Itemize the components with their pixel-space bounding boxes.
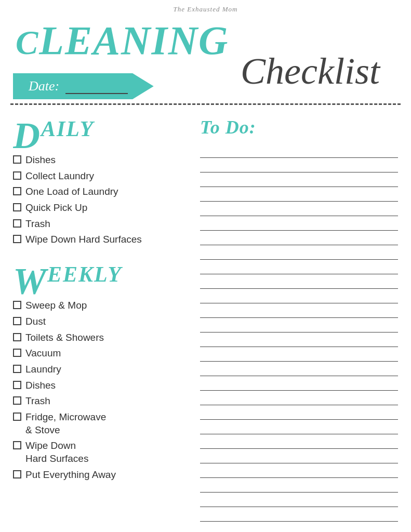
list-item: Trash	[13, 395, 190, 408]
item-text: Collect Laundry	[25, 170, 190, 183]
todo-line[interactable]	[200, 434, 398, 449]
right-column: To Do:	[200, 111, 398, 532]
page: The Exhausted Mom CLEANING Checklist Dat…	[0, 0, 411, 532]
daily-list: Dishes Collect Laundry One Load of Laund…	[13, 154, 190, 246]
todo-line[interactable]	[200, 507, 398, 522]
list-item: Vacuum	[13, 347, 190, 360]
list-item: Toilets & Showers	[13, 331, 190, 344]
checkbox[interactable]	[13, 470, 21, 478]
checkbox[interactable]	[13, 155, 21, 164]
item-text: One Load of Laundry	[25, 185, 190, 198]
date-underline	[65, 93, 128, 94]
item-text: Put Everything Away	[25, 469, 190, 482]
list-item: Collect Laundry	[13, 170, 190, 183]
list-item: One Load of Laundry	[13, 185, 190, 198]
site-name: The Exhausted Mom	[16, 5, 395, 14]
todo-line[interactable]	[200, 289, 398, 303]
todo-line[interactable]	[200, 303, 398, 318]
item-text: Dust	[25, 315, 190, 328]
item-text: Trash	[25, 395, 190, 408]
item-text: Dishes	[25, 154, 190, 167]
todo-line[interactable]	[200, 274, 398, 289]
todo-line[interactable]	[200, 463, 398, 478]
item-text: Sweep & Mop	[25, 299, 190, 312]
checkbox[interactable]	[13, 219, 21, 228]
todo-line[interactable]	[200, 347, 398, 362]
list-item: Trash	[13, 218, 190, 231]
checkbox[interactable]	[13, 171, 21, 180]
item-text: Quick Pick Up	[25, 202, 190, 215]
weekly-list: Sweep & Mop Dust Toilets & Showers Vacuu…	[13, 299, 190, 481]
checkbox[interactable]	[13, 413, 21, 421]
checkbox[interactable]	[13, 365, 21, 373]
todo-line[interactable]	[200, 231, 398, 245]
item-text: Vacuum	[25, 347, 190, 360]
checkbox[interactable]	[13, 381, 21, 389]
checkbox[interactable]	[13, 396, 21, 405]
todo-line[interactable]	[200, 332, 398, 347]
todo-line[interactable]	[200, 391, 398, 405]
date-arrow: Date:	[13, 73, 154, 99]
todo-line[interactable]	[200, 245, 398, 260]
checkbox[interactable]	[13, 301, 21, 309]
date-banner: Date:	[0, 73, 411, 99]
weekly-section-header: W EEKLY	[13, 262, 190, 295]
item-text: Toilets & Showers	[25, 331, 190, 344]
left-column: D AILY Dishes Collect Laundry One Load o…	[13, 111, 190, 532]
todo-line[interactable]	[200, 522, 398, 532]
checkbox[interactable]	[13, 203, 21, 211]
todo-line[interactable]	[200, 202, 398, 216]
list-item: Laundry	[13, 363, 190, 376]
todo-line[interactable]	[200, 216, 398, 231]
todo-line[interactable]	[200, 172, 398, 187]
todo-line[interactable]	[200, 158, 398, 172]
daily-section-header: D AILY	[13, 116, 190, 150]
item-text: Trash	[25, 218, 190, 231]
todo-lines	[200, 143, 398, 532]
todo-line[interactable]	[200, 187, 398, 202]
list-item: Put Everything Away	[13, 469, 190, 482]
weekly-section: W EEKLY Sweep & Mop Dust Toilets & Showe…	[13, 262, 190, 481]
list-item: Dishes	[13, 379, 190, 392]
todo-line[interactable]	[200, 420, 398, 434]
main-content: D AILY Dishes Collect Laundry One Load o…	[0, 111, 411, 532]
list-item: Wipe DownHard Surfaces	[13, 440, 190, 465]
date-label: Date:	[29, 78, 59, 94]
item-text: Dishes	[25, 379, 190, 392]
dashed-divider	[10, 103, 401, 105]
item-text: Wipe DownHard Surfaces	[25, 440, 190, 465]
checkbox[interactable]	[13, 349, 21, 357]
checkbox[interactable]	[13, 187, 21, 195]
todo-line[interactable]	[200, 449, 398, 463]
todo-line[interactable]	[200, 362, 398, 376]
list-item: Fridge, Microwave& Stove	[13, 411, 190, 436]
item-text: Laundry	[25, 363, 190, 376]
list-item: Sweep & Mop	[13, 299, 190, 312]
checkbox[interactable]	[13, 441, 21, 449]
list-item: Dishes	[13, 154, 190, 167]
todo-line[interactable]	[200, 143, 398, 158]
header: The Exhausted Mom CLEANING Checklist	[0, 0, 411, 76]
todo-line[interactable]	[200, 493, 398, 507]
list-item: Wipe Down Hard Surfaces	[13, 233, 190, 246]
item-text: Wipe Down Hard Surfaces	[25, 233, 190, 246]
todo-header: To Do:	[200, 116, 398, 138]
checkbox[interactable]	[13, 317, 21, 325]
todo-line[interactable]	[200, 376, 398, 391]
checkbox[interactable]	[13, 235, 21, 243]
todo-line[interactable]	[200, 260, 398, 274]
list-item: Dust	[13, 315, 190, 328]
item-text: Fridge, Microwave& Stove	[25, 411, 190, 436]
todo-line[interactable]	[200, 318, 398, 332]
todo-line[interactable]	[200, 478, 398, 493]
checkbox[interactable]	[13, 333, 21, 341]
list-item: Quick Pick Up	[13, 202, 190, 215]
todo-line[interactable]	[200, 405, 398, 420]
